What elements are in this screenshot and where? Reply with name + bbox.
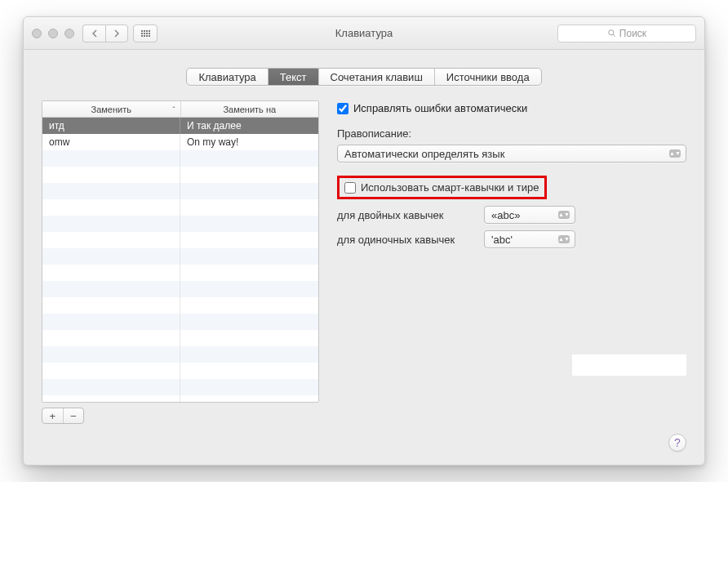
table-row <box>42 167 318 183</box>
tab-bar: Клавиатура Текст Сочетания клавиш Источн… <box>42 68 686 86</box>
updown-arrows-icon: ▲▼ <box>558 211 570 219</box>
double-quotes-label: для двойных кавычек <box>337 209 476 221</box>
table-row <box>42 395 318 402</box>
cell-replace <box>42 248 180 265</box>
preferences-window: Клавиатура Поиск Клавиатура Текст Сочета… <box>23 16 705 466</box>
autocorrect-label[interactable]: Исправлять ошибки автоматически <box>353 102 527 114</box>
cell-replace <box>42 297 180 314</box>
cell-replace <box>42 167 180 183</box>
remove-button[interactable]: − <box>64 408 84 423</box>
column-header-with[interactable]: Заменить на <box>181 101 319 117</box>
table-row <box>42 248 318 265</box>
autocorrect-checkbox[interactable] <box>337 103 348 114</box>
cell-with <box>180 183 318 199</box>
cell-replace: итд <box>42 118 180 134</box>
add-remove-control: + − <box>42 408 84 424</box>
cell-with <box>180 265 318 281</box>
table-row <box>42 281 318 297</box>
table-row <box>42 232 318 248</box>
table-row <box>42 330 318 346</box>
table-row[interactable]: omwOn my way! <box>42 134 318 150</box>
forward-button[interactable] <box>105 25 128 42</box>
add-button[interactable]: + <box>42 408 64 423</box>
table-row <box>42 346 318 363</box>
cell-with <box>180 150 318 167</box>
column-header-replace[interactable]: Заменить ˆ <box>42 101 181 117</box>
cell-replace <box>42 395 180 402</box>
cell-with <box>180 199 318 216</box>
cell-replace <box>42 232 180 248</box>
segmented-control: Клавиатура Текст Сочетания клавиш Источн… <box>186 68 541 86</box>
table-row <box>42 379 318 395</box>
table-body[interactable]: итдИ так далееomwOn my way! <box>42 118 318 402</box>
table-row <box>42 297 318 314</box>
cell-with <box>180 297 318 314</box>
double-quotes-popup[interactable]: «abc» ▲▼ <box>484 206 575 224</box>
search-field[interactable]: Поиск <box>557 25 696 42</box>
cell-replace <box>42 346 180 363</box>
table-row <box>42 183 318 199</box>
cell-with <box>180 379 318 395</box>
table-row <box>42 314 318 330</box>
tab-keyboard[interactable]: Клавиатура <box>187 69 268 85</box>
cell-with <box>180 232 318 248</box>
smart-quotes-label[interactable]: Использовать смарт-кавычки и тире <box>361 181 539 194</box>
table-row[interactable]: итдИ так далее <box>42 118 318 134</box>
cell-replace <box>42 330 180 346</box>
cell-replace <box>42 379 180 395</box>
single-quotes-popup[interactable]: 'abc' ▲▼ <box>484 230 575 248</box>
cell-replace <box>42 150 180 167</box>
chevron-left-icon <box>91 29 98 38</box>
single-quotes-label: для одиночных кавычек <box>337 234 476 246</box>
table-row <box>42 216 318 232</box>
cell-replace <box>42 281 180 297</box>
zoom-window-button[interactable] <box>64 29 74 38</box>
tab-input-sources[interactable]: Источники ввода <box>435 69 541 85</box>
help-button[interactable]: ? <box>668 434 686 452</box>
titlebar: Клавиатура Поиск <box>24 17 704 50</box>
cell-replace <box>42 216 180 232</box>
double-quotes-value: «abc» <box>491 209 520 221</box>
cell-with <box>180 395 318 402</box>
cell-replace <box>42 363 180 379</box>
single-quotes-value: 'abc' <box>491 234 513 246</box>
table-row <box>42 199 318 216</box>
cell-with <box>180 281 318 297</box>
back-button[interactable] <box>82 25 105 42</box>
cell-with: On my way! <box>180 134 318 150</box>
cell-replace <box>42 265 180 281</box>
cell-with <box>180 346 318 363</box>
updown-arrows-icon: ▲▼ <box>558 235 570 243</box>
cell-with <box>180 330 318 346</box>
svg-line-1 <box>613 34 615 36</box>
replacements-table: Заменить ˆ Заменить на итдИ так далееomw… <box>42 100 319 403</box>
double-quotes-row: для двойных кавычек «abc» ▲▼ <box>337 206 686 224</box>
cell-replace: omw <box>42 134 180 150</box>
spelling-popup[interactable]: Автоматически определять язык ▲▼ <box>337 145 686 163</box>
footer: ? <box>42 424 686 452</box>
updown-arrows-icon: ▲▼ <box>669 149 681 158</box>
smart-quotes-checkbox[interactable] <box>344 182 356 194</box>
cell-with <box>180 314 318 330</box>
cell-with: И так далее <box>180 118 318 134</box>
grid-icon <box>141 30 150 37</box>
chevron-right-icon <box>113 29 120 38</box>
cell-replace <box>42 314 180 330</box>
smart-quotes-highlight: Использовать смарт-кавычки и тире <box>337 176 547 199</box>
main-content: Заменить ˆ Заменить на итдИ так далееomw… <box>42 100 686 424</box>
close-window-button[interactable] <box>32 29 42 38</box>
spelling-label: Правописание: <box>337 127 686 140</box>
tab-text[interactable]: Текст <box>269 69 319 85</box>
table-header: Заменить ˆ Заменить на <box>42 101 318 118</box>
minimize-window-button[interactable] <box>48 29 58 38</box>
cell-with <box>180 363 318 379</box>
cell-replace <box>42 183 180 199</box>
show-all-button[interactable] <box>133 25 158 42</box>
help-icon: ? <box>674 436 681 449</box>
table-row <box>42 150 318 167</box>
nav-buttons <box>82 25 128 42</box>
search-icon <box>607 29 616 38</box>
tab-shortcuts[interactable]: Сочетания клавиш <box>319 69 435 85</box>
cell-with <box>180 167 318 183</box>
left-column: Заменить ˆ Заменить на итдИ так далееomw… <box>42 100 319 424</box>
